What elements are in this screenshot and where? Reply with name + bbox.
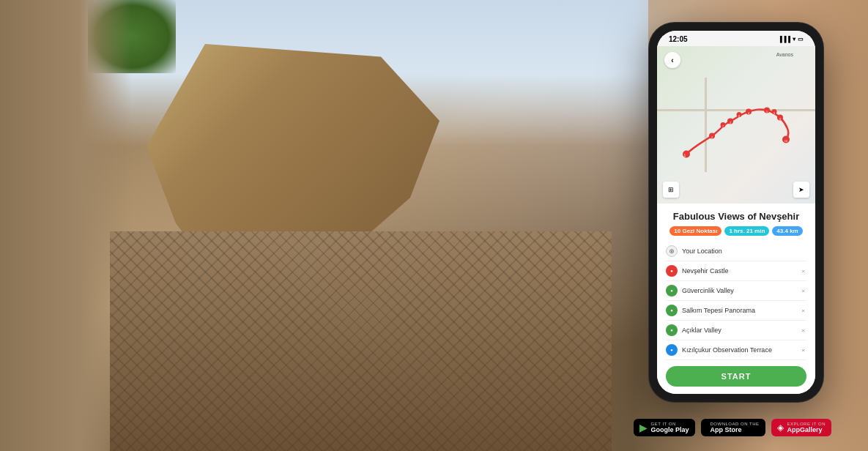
- google-play-icon: ▶: [639, 422, 648, 433]
- svg-text:10: 10: [784, 139, 788, 143]
- svg-text:9: 9: [774, 112, 775, 115]
- waypoint-observation: ● Kızılçukur Observation Terrace ×: [666, 340, 806, 360]
- waypoint-close-5[interactable]: ×: [800, 346, 806, 355]
- svg-text:8: 8: [738, 115, 740, 118]
- app-gallery-badge[interactable]: ◈ EXPLORE IT ON AppGallery: [771, 419, 831, 436]
- waypoints-list: ◎ Your Location ● Nevşehir Castle × ● Gü…: [666, 242, 806, 360]
- map-back-button[interactable]: ‹: [664, 52, 680, 68]
- waypoint-icon-1: ●: [666, 265, 678, 277]
- google-play-name: Google Play: [651, 426, 689, 433]
- badge-duration: 1 hrs. 21 min: [724, 226, 769, 236]
- route-title: Fabulous Views of Nevşehir: [666, 211, 806, 222]
- info-panel: Fabulous Views of Nevşehir 10 Gezi Nokta…: [657, 204, 815, 394]
- map-layers-button[interactable]: ⊞: [663, 182, 679, 198]
- signal-icon: ▐▐▐: [778, 36, 790, 42]
- huawei-icon: ◈: [777, 422, 784, 433]
- phone-mockup: 12:05 ▐▐▐ ▾ ▭ Avanos: [648, 22, 824, 403]
- waypoint-your-location: ◎ Your Location: [666, 242, 806, 261]
- status-icons: ▐▐▐ ▾ ▭: [778, 36, 804, 42]
- svg-text:1: 1: [684, 153, 686, 157]
- waypoint-valley-1: ● Güvercinlik Valley ×: [666, 281, 806, 301]
- cobblestone-street: [110, 231, 612, 451]
- waypoint-icon-4: ●: [666, 324, 678, 336]
- waypoint-label-2: Güvercinlik Valley: [682, 287, 795, 294]
- route-path-svg: 1 2 3 4 5 6 10: [657, 46, 815, 204]
- waypoint-label-0: Your Location: [682, 247, 806, 255]
- waypoint-label-4: Açıklar Valley: [682, 327, 795, 334]
- waypoint-icon-3: ●: [666, 305, 678, 316]
- waypoint-label-5: Kızılçukur Observation Terrace: [682, 346, 795, 354]
- app-gallery-name: AppGallery: [787, 426, 826, 433]
- app-store-badge[interactable]: Download on the App Store: [701, 419, 765, 436]
- app-gallery-text: EXPLORE IT ON AppGallery: [787, 422, 826, 433]
- waypoint-close-3[interactable]: ×: [800, 306, 806, 316]
- wifi-icon: ▾: [793, 36, 795, 42]
- status-time: 12:05: [669, 35, 688, 43]
- app-store-name: App Store: [711, 426, 760, 433]
- waypoint-close-2[interactable]: ×: [800, 286, 806, 296]
- waypoint-castle: ● Nevşehir Castle ×: [666, 261, 806, 281]
- waypoint-icon-5: ●: [666, 344, 678, 356]
- map-area: Avanos 1 2 3 4: [657, 46, 815, 204]
- svg-text:7: 7: [722, 125, 724, 128]
- google-play-badge[interactable]: ▶ GET IT ON Google Play: [634, 419, 695, 436]
- phone-screen: 12:05 ▐▐▐ ▾ ▭ Avanos: [657, 31, 815, 394]
- waypoint-close-1[interactable]: ×: [800, 266, 806, 276]
- location-dot-icon: ◎: [666, 245, 678, 257]
- waypoint-panorama: ● Salkım Tepesi Panorama ×: [666, 301, 806, 321]
- badge-distance: 43.4 km: [772, 226, 802, 236]
- badge-stops: 10 Gezi Noktası: [669, 226, 722, 236]
- status-bar: 12:05 ▐▐▐ ▾ ▭: [657, 31, 815, 46]
- waypoint-valley-2: ● Açıklar Valley ×: [666, 321, 806, 340]
- waypoint-icon-2: ●: [666, 285, 678, 297]
- google-play-text: GET IT ON Google Play: [651, 422, 689, 433]
- battery-icon: ▭: [798, 36, 804, 42]
- waypoint-label-1: Nevşehir Castle: [682, 267, 795, 275]
- app-store-badges: ▶ GET IT ON Google Play Download on the …: [634, 419, 831, 436]
- route-badges: 10 Gezi Noktası 1 hrs. 21 min 43.4 km: [666, 226, 806, 236]
- map-navigate-button[interactable]: ➤: [793, 182, 809, 198]
- app-store-text: Download on the App Store: [711, 422, 760, 433]
- map-tools: ⊞: [663, 182, 679, 198]
- map-background: Avanos 1 2 3 4: [657, 46, 815, 204]
- waypoint-close-4[interactable]: ×: [800, 326, 806, 335]
- waypoint-label-3: Salkım Tepesi Panorama: [682, 307, 795, 314]
- phone-frame: 12:05 ▐▐▐ ▾ ▭ Avanos: [648, 22, 824, 403]
- start-button[interactable]: START: [666, 366, 806, 387]
